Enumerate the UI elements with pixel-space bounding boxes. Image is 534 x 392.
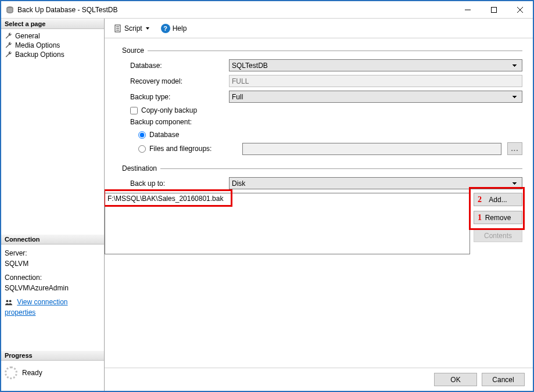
annotation-number-1: 1 [478, 213, 482, 222]
copy-only-label: Copy-only backup [141, 106, 197, 114]
svg-rect-2 [491, 7, 496, 12]
help-button[interactable]: ? Help [157, 21, 191, 35]
destination-list[interactable]: F:\MSSQL\BAK\Sales_20160801.bak [105, 193, 470, 254]
select-page-header: Select a page [1, 19, 104, 29]
left-pane: Select a page General Media Options Back… [1, 19, 105, 391]
view-connection-properties[interactable]: View connection properties [5, 298, 68, 317]
backup-type-label: Backup type: [130, 93, 229, 101]
progress-status: Ready [22, 369, 42, 377]
remove-button[interactable]: 1Remove [474, 211, 522, 224]
server-label: Server: [5, 248, 101, 258]
component-database-radio[interactable] [138, 131, 146, 139]
page-label: Backup Options [15, 51, 64, 59]
contents-button: Contents [474, 229, 522, 242]
wrench-icon [5, 32, 13, 40]
component-filegroups-label: Files and filegroups: [149, 145, 233, 153]
copy-only-checkbox[interactable] [130, 107, 138, 114]
chevron-down-icon [146, 27, 149, 30]
destination-group: Destination Back up to: Disk F:\MSSQL\BA… [122, 164, 522, 254]
backup-component-label: Backup component: [122, 118, 522, 126]
recovery-model-value: FULL [229, 75, 522, 87]
source-legend: Source [122, 46, 148, 55]
wrench-icon [5, 51, 13, 59]
page-label: General [15, 32, 40, 40]
cancel-button[interactable]: Cancel [482, 373, 525, 386]
backup-to-select[interactable]: Disk [229, 177, 522, 189]
filegroups-browse-button[interactable]: ... [507, 142, 522, 155]
database-label: Database: [130, 62, 229, 70]
wrench-icon [5, 41, 13, 49]
backup-type-select[interactable]: Full [229, 91, 522, 103]
toolbar: Script ? Help [105, 19, 533, 38]
component-database-label: Database [149, 131, 179, 139]
svg-point-6 [9, 300, 12, 302]
database-icon [6, 6, 14, 13]
right-pane: Script ? Help Source Database: SQLTestDB… [105, 19, 533, 391]
svg-point-5 [6, 300, 8, 302]
script-label: Script [124, 24, 142, 33]
filegroups-input [242, 143, 501, 155]
source-group: Source Database: SQLTestDB Recovery mode… [122, 46, 522, 159]
dialog-buttons: OK Cancel [105, 368, 533, 391]
connection-value: SQLVM\AzureAdmin [5, 283, 101, 293]
ok-button[interactable]: OK [434, 373, 477, 386]
page-backup-options[interactable]: Backup Options [3, 50, 102, 59]
page-media-options[interactable]: Media Options [3, 41, 102, 50]
window-title: Back Up Database - SQLTestDB [17, 6, 454, 14]
progress-spinner-icon [5, 366, 17, 379]
script-icon [114, 24, 122, 33]
maximize-button[interactable] [481, 1, 507, 18]
script-button[interactable]: Script [110, 22, 155, 35]
destination-legend: Destination [122, 164, 160, 172]
help-icon: ? [161, 24, 170, 33]
add-button[interactable]: 2Add... [474, 193, 522, 206]
server-value: SQLVM [5, 258, 101, 269]
component-filegroups-radio[interactable] [138, 145, 146, 153]
database-select[interactable]: SQLTestDB [229, 59, 522, 71]
page-label: Media Options [15, 41, 60, 49]
connection-header: Connection [1, 234, 104, 244]
annotation-number-2: 2 [478, 195, 482, 204]
recovery-model-label: Recovery model: [130, 77, 229, 85]
connection-label: Connection: [5, 272, 101, 283]
connection-info: Server: SQLVM Connection: SQLVM\AzureAdm… [1, 244, 104, 321]
destination-list-item[interactable]: F:\MSSQL\BAK\Sales_20160801.bak [105, 193, 470, 204]
backup-to-label: Back up to: [130, 179, 229, 188]
people-icon [5, 299, 13, 307]
help-label: Help [173, 24, 187, 33]
close-button[interactable] [507, 1, 533, 18]
progress-header: Progress [1, 350, 104, 361]
minimize-button[interactable] [454, 1, 481, 18]
title-bar: Back Up Database - SQLTestDB [1, 1, 533, 19]
page-general[interactable]: General [3, 31, 102, 41]
